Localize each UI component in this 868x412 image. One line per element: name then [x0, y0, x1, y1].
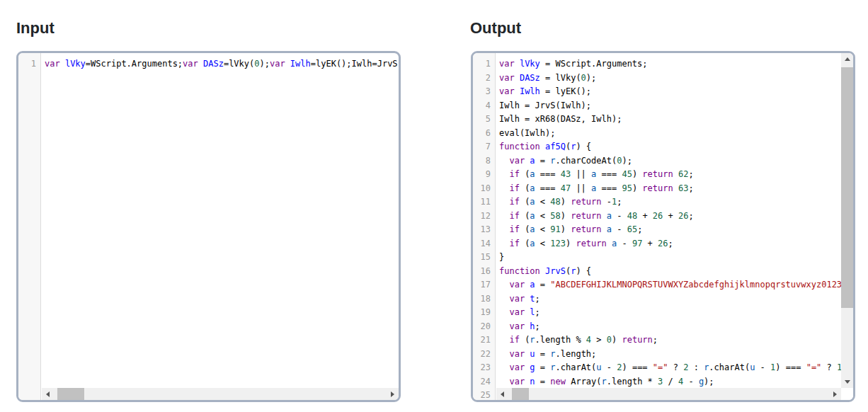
- scroll-down-button[interactable]: [841, 376, 853, 388]
- scrollbar-corner: [841, 388, 853, 400]
- line-number: 18: [473, 292, 495, 307]
- line-number: 15: [473, 251, 495, 265]
- code-line: if (a < 58) return a - 48 + 26 + 26;: [499, 210, 841, 224]
- code-line: eval(Iwlh);: [499, 127, 841, 141]
- scroll-left-icon: [501, 391, 504, 397]
- line-number: 5: [473, 113, 495, 127]
- code-line: var h;: [499, 320, 841, 334]
- code-area[interactable]: var lVky=WScript.Arguments;var DASz=lVky…: [41, 53, 399, 400]
- scroll-right-icon: [391, 391, 394, 397]
- line-number: 21: [473, 333, 495, 348]
- output-title: Output: [470, 19, 521, 38]
- line-number: 12: [473, 210, 495, 224]
- line-number: 22: [473, 348, 495, 362]
- code-area[interactable]: var lVky = WScript.Arguments;var DASz = …: [496, 53, 841, 400]
- code-line: function af5Q(r) {: [499, 140, 841, 154]
- line-number: 1: [473, 57, 495, 71]
- line-number-gutter: 1234567891011121314151617181920212223242…: [473, 53, 496, 400]
- scroll-right-button[interactable]: [387, 388, 399, 400]
- line-number: 23: [473, 361, 495, 375]
- code-line: var a = r.charCodeAt(0);: [499, 154, 841, 168]
- line-number: 20: [473, 320, 495, 334]
- line-number: 19: [473, 306, 495, 320]
- horizontal-scrollbar[interactable]: [42, 388, 399, 400]
- code-line: var DASz = lVky(0);: [499, 71, 841, 86]
- line-number: 11: [473, 195, 495, 210]
- scroll-left-icon: [46, 391, 50, 397]
- code-line: var Iwlh = lyEK();: [499, 85, 841, 99]
- scroll-left-button[interactable]: [42, 388, 54, 400]
- code-line: if (a === 47 || a === 95) return 63;: [499, 182, 841, 196]
- horizontal-scrollbar-thumb[interactable]: [57, 388, 84, 400]
- code-line: var lVky=WScript.Arguments;var DASz=lVky…: [45, 57, 399, 71]
- line-number: 3: [473, 85, 495, 99]
- line-number: 6: [473, 127, 495, 141]
- horizontal-scrollbar-thumb[interactable]: [512, 388, 529, 400]
- scroll-up-icon: [845, 57, 850, 61]
- line-number: 7: [473, 140, 495, 154]
- code-line: if (a === 43 || a === 45) return 62;: [499, 168, 841, 182]
- vertical-scrollbar[interactable]: [841, 53, 853, 388]
- line-number: 13: [473, 223, 495, 237]
- line-number: 4: [473, 99, 495, 113]
- code-line: }: [499, 251, 841, 265]
- scroll-down-icon: [845, 380, 850, 384]
- line-number: 25: [473, 389, 495, 402]
- code-line: Iwlh = JrvS(Iwlh);: [499, 99, 841, 113]
- line-number: 1: [18, 57, 40, 71]
- code-line: if (a < 123) return a - 97 + 26;: [499, 237, 841, 251]
- code-line: if (a < 91) return a - 65;: [499, 223, 841, 237]
- scroll-left-button[interactable]: [496, 388, 508, 400]
- code-line: var g = r.charAt(u - 2) === "=" ? 2 : r.…: [499, 361, 841, 375]
- horizontal-scrollbar[interactable]: [496, 388, 841, 400]
- scroll-right-icon: [833, 391, 837, 397]
- code-line: var n = new Array(r.length * 3 / 4 - g);: [499, 375, 841, 389]
- line-number: 17: [473, 278, 495, 292]
- line-number: 9: [473, 168, 495, 182]
- code-line: var u = r.length;: [499, 348, 841, 362]
- code-line: var lVky = WScript.Arguments;: [499, 57, 841, 71]
- line-number: 14: [473, 237, 495, 251]
- code-line: Iwlh = xR68(DASz, Iwlh);: [499, 113, 841, 127]
- line-number: 2: [473, 71, 495, 86]
- code-line: if (r.length % 4 > 0) return;: [499, 333, 841, 348]
- input-editor[interactable]: 1 var lVky=WScript.Arguments;var DASz=lV…: [16, 51, 401, 402]
- scroll-right-button[interactable]: [829, 388, 841, 400]
- code-line: if (a < 48) return -1;: [499, 195, 841, 210]
- code-line: var t;: [499, 292, 841, 307]
- code-line: var a = "ABCDEFGHIJKLMNOPQRSTUVWXYZabcde…: [499, 278, 841, 292]
- line-number: 10: [473, 182, 495, 196]
- scroll-up-button[interactable]: [841, 53, 853, 65]
- code-line: function JrvS(r) {: [499, 265, 841, 279]
- line-number: 8: [473, 154, 495, 168]
- output-editor[interactable]: 1234567891011121314151617181920212223242…: [471, 51, 855, 402]
- code-line: var l;: [499, 306, 841, 320]
- line-number-gutter: 1: [18, 53, 41, 400]
- vertical-scrollbar-thumb[interactable]: [841, 67, 853, 308]
- line-number: 16: [473, 265, 495, 279]
- line-number: 24: [473, 375, 495, 389]
- input-title: Input: [16, 19, 55, 38]
